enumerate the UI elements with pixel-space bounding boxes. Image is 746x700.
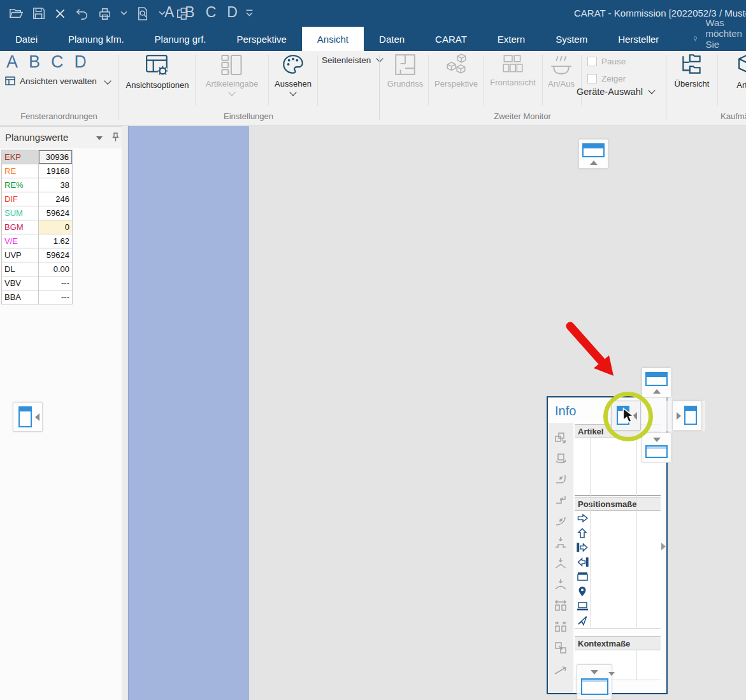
menu-ansicht[interactable]: Ansicht [302, 27, 364, 51]
row-value[interactable]: 19168 [39, 164, 72, 178]
list-item[interactable] [575, 467, 661, 482]
ribbon-letter-b[interactable]: B [29, 52, 40, 72]
row-value[interactable]: 38 [39, 178, 72, 192]
print-dropdown-icon[interactable] [120, 11, 127, 16]
checkbox-icon [587, 74, 597, 83]
corner-curve-icon[interactable] [554, 515, 568, 529]
frontansicht-button[interactable]: Frontansicht [485, 53, 540, 87]
aussehen-button[interactable]: Aussehen [270, 53, 316, 95]
copy-object-icon[interactable] [554, 641, 568, 655]
converge-icon[interactable] [554, 620, 568, 634]
place-on-arc-icon[interactable] [554, 578, 568, 592]
corner-step-icon[interactable] [554, 494, 568, 508]
tell-me-search[interactable]: Was möchten Sie tun...? [693, 27, 746, 51]
menu-hersteller[interactable]: Hersteller [603, 27, 674, 51]
ribbon-letter-a[interactable]: A [6, 52, 18, 72]
print-icon[interactable] [97, 6, 112, 21]
close-icon[interactable] [54, 8, 66, 20]
place-on-base-icon[interactable] [554, 536, 568, 550]
list-item[interactable] [575, 584, 661, 599]
list-item[interactable] [575, 525, 661, 541]
an-aus-button[interactable]: An/Aus [543, 53, 579, 89]
view-letter-d[interactable]: D [227, 4, 238, 21]
view-letter-a[interactable]: A [164, 4, 174, 21]
row-value[interactable]: --- [39, 290, 72, 304]
list-item[interactable] [575, 569, 661, 585]
row-label: V/E [2, 234, 39, 248]
menu-datei[interactable]: Datei [0, 27, 53, 51]
window-grid-icon [5, 76, 15, 86]
undo-icon[interactable] [75, 6, 89, 21]
menu-planung-kfm[interactable]: Planung kfm. [53, 27, 140, 51]
list-item[interactable] [575, 540, 661, 555]
artikel-button-cut[interactable]: Artikele [722, 53, 746, 90]
pause-checkbox[interactable]: Pause [587, 57, 626, 66]
zeiger-checkbox[interactable]: Zeiger [587, 74, 626, 83]
row-value[interactable]: --- [39, 276, 72, 290]
row-value[interactable]: 59624 [39, 248, 72, 262]
table-row[interactable]: V/E1.62 [2, 234, 72, 248]
artikeleingabe-button[interactable]: Artikeleingabe [197, 53, 266, 95]
list-item[interactable] [575, 555, 661, 570]
view-letter-c[interactable]: C [206, 4, 217, 21]
row-value[interactable]: 0.00 [39, 262, 72, 276]
geraete-auswahl-button[interactable]: Geräte-Auswahl [577, 87, 654, 97]
table-row[interactable]: BGM0 [2, 220, 72, 234]
view-letter-b[interactable]: B [185, 4, 194, 21]
ansichtsoptionen-button[interactable]: Ansichtsoptionen [121, 53, 194, 90]
place-on-peak-icon[interactable] [554, 557, 568, 571]
rotate-object-icon[interactable] [554, 452, 568, 466]
dock-cluster-bottom[interactable] [642, 432, 671, 462]
section-header-kontextmasse: Kontextmaße [575, 636, 661, 650]
table-row[interactable]: UVP59624 [2, 248, 72, 262]
panel-dropdown-icon[interactable] [96, 136, 103, 140]
row-value[interactable]: 30936 [39, 150, 72, 164]
save-icon[interactable] [32, 6, 46, 20]
list-item[interactable] [575, 599, 661, 614]
dock-guide-bottom[interactable] [577, 664, 612, 700]
perspektive-button[interactable]: Perspektive [431, 53, 482, 89]
corner-round-icon[interactable] [554, 473, 568, 487]
menu-perspektive[interactable]: Perspektive [221, 27, 301, 51]
wall-slope-icon[interactable] [554, 662, 568, 676]
dock-guide-top[interactable] [578, 139, 608, 169]
move-object-icon[interactable] [554, 431, 568, 445]
row-value[interactable]: 59624 [39, 206, 72, 220]
menu-planung-grf[interactable]: Planung grf. [140, 27, 222, 51]
toolbar-customize-icon[interactable] [246, 10, 253, 17]
wall-selection-strip[interactable] [128, 126, 249, 700]
table-row[interactable]: BBA--- [2, 290, 72, 304]
table-row[interactable]: EKP30936 [2, 150, 72, 164]
grundriss-button[interactable]: Grundriss [384, 53, 426, 89]
pin-icon[interactable] [111, 132, 120, 143]
list-item[interactable] [575, 482, 661, 496]
list-item[interactable] [575, 650, 661, 666]
table-row[interactable]: VBV--- [2, 276, 72, 290]
menu-carat[interactable]: CARAT [420, 27, 482, 51]
list-item[interactable] [575, 511, 661, 526]
row-value[interactable]: 1.62 [39, 234, 72, 248]
expand-right-icon[interactable] [661, 543, 666, 550]
row-value[interactable]: 246 [39, 192, 72, 206]
dock-guide-left[interactable] [13, 402, 43, 432]
list-item[interactable] [575, 613, 661, 629]
print-preview-icon[interactable] [136, 6, 150, 21]
uebersicht-button[interactable]: Übersicht [670, 53, 714, 89]
menu-daten[interactable]: Daten [364, 27, 420, 51]
table-row[interactable]: DL0.00 [2, 262, 72, 276]
ansichten-verwalten-button[interactable]: Ansichten verwalten [5, 76, 110, 86]
menu-extern[interactable]: Extern [482, 27, 540, 51]
seitenleisten-button[interactable]: Seitenleisten [322, 55, 382, 65]
dock-cluster-top[interactable] [642, 368, 671, 397]
row-label: BBA [2, 290, 39, 304]
table-row[interactable]: DIF246 [2, 192, 72, 206]
open-folder-icon[interactable] [9, 6, 24, 21]
table-row[interactable]: RE%38 [2, 178, 72, 192]
menu-system[interactable]: System [540, 27, 603, 51]
table-row[interactable]: RE19168 [2, 164, 72, 178]
row-value[interactable]: 0 [39, 220, 72, 234]
distribute-icon[interactable] [554, 599, 568, 613]
table-row[interactable]: SUM59624 [2, 206, 72, 220]
ribbon-letter-c[interactable]: C [51, 52, 64, 72]
dock-cluster-right[interactable] [672, 401, 702, 431]
